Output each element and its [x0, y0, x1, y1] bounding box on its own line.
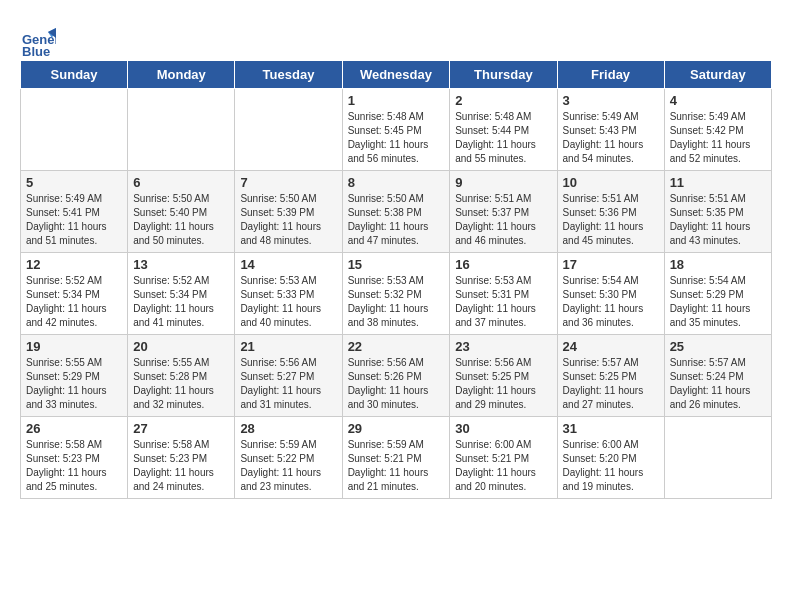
day-number: 6 — [133, 175, 229, 190]
calendar-cell: 12Sunrise: 5:52 AM Sunset: 5:34 PM Dayli… — [21, 253, 128, 335]
day-info: Sunrise: 5:49 AM Sunset: 5:43 PM Dayligh… — [563, 110, 659, 166]
calendar-cell: 7Sunrise: 5:50 AM Sunset: 5:39 PM Daylig… — [235, 171, 342, 253]
day-number: 23 — [455, 339, 551, 354]
calendar-cell: 5Sunrise: 5:49 AM Sunset: 5:41 PM Daylig… — [21, 171, 128, 253]
calendar-cell: 29Sunrise: 5:59 AM Sunset: 5:21 PM Dayli… — [342, 417, 450, 499]
calendar-cell: 20Sunrise: 5:55 AM Sunset: 5:28 PM Dayli… — [128, 335, 235, 417]
weekday-header-saturday: Saturday — [664, 61, 771, 89]
calendar-cell: 6Sunrise: 5:50 AM Sunset: 5:40 PM Daylig… — [128, 171, 235, 253]
svg-text:Blue: Blue — [22, 44, 50, 59]
day-info: Sunrise: 5:56 AM Sunset: 5:25 PM Dayligh… — [455, 356, 551, 412]
calendar-cell: 2Sunrise: 5:48 AM Sunset: 5:44 PM Daylig… — [450, 89, 557, 171]
day-info: Sunrise: 5:57 AM Sunset: 5:25 PM Dayligh… — [563, 356, 659, 412]
logo: General Blue — [20, 24, 60, 60]
day-info: Sunrise: 5:59 AM Sunset: 5:22 PM Dayligh… — [240, 438, 336, 494]
calendar-cell — [21, 89, 128, 171]
calendar-cell: 4Sunrise: 5:49 AM Sunset: 5:42 PM Daylig… — [664, 89, 771, 171]
day-info: Sunrise: 5:49 AM Sunset: 5:41 PM Dayligh… — [26, 192, 122, 248]
calendar-cell: 13Sunrise: 5:52 AM Sunset: 5:34 PM Dayli… — [128, 253, 235, 335]
calendar-cell: 28Sunrise: 5:59 AM Sunset: 5:22 PM Dayli… — [235, 417, 342, 499]
calendar-cell: 27Sunrise: 5:58 AM Sunset: 5:23 PM Dayli… — [128, 417, 235, 499]
calendar-cell: 31Sunrise: 6:00 AM Sunset: 5:20 PM Dayli… — [557, 417, 664, 499]
day-info: Sunrise: 5:53 AM Sunset: 5:32 PM Dayligh… — [348, 274, 445, 330]
day-info: Sunrise: 5:48 AM Sunset: 5:45 PM Dayligh… — [348, 110, 445, 166]
day-number: 5 — [26, 175, 122, 190]
day-number: 9 — [455, 175, 551, 190]
weekday-header-tuesday: Tuesday — [235, 61, 342, 89]
day-number: 2 — [455, 93, 551, 108]
calendar-cell: 30Sunrise: 6:00 AM Sunset: 5:21 PM Dayli… — [450, 417, 557, 499]
day-info: Sunrise: 5:56 AM Sunset: 5:27 PM Dayligh… — [240, 356, 336, 412]
day-info: Sunrise: 6:00 AM Sunset: 5:20 PM Dayligh… — [563, 438, 659, 494]
day-number: 26 — [26, 421, 122, 436]
day-number: 30 — [455, 421, 551, 436]
calendar-cell: 16Sunrise: 5:53 AM Sunset: 5:31 PM Dayli… — [450, 253, 557, 335]
day-info: Sunrise: 5:49 AM Sunset: 5:42 PM Dayligh… — [670, 110, 766, 166]
calendar-cell: 24Sunrise: 5:57 AM Sunset: 5:25 PM Dayli… — [557, 335, 664, 417]
calendar-cell: 10Sunrise: 5:51 AM Sunset: 5:36 PM Dayli… — [557, 171, 664, 253]
weekday-header-thursday: Thursday — [450, 61, 557, 89]
day-number: 14 — [240, 257, 336, 272]
day-number: 16 — [455, 257, 551, 272]
calendar-cell: 14Sunrise: 5:53 AM Sunset: 5:33 PM Dayli… — [235, 253, 342, 335]
day-info: Sunrise: 5:54 AM Sunset: 5:30 PM Dayligh… — [563, 274, 659, 330]
day-info: Sunrise: 5:51 AM Sunset: 5:35 PM Dayligh… — [670, 192, 766, 248]
day-number: 15 — [348, 257, 445, 272]
day-number: 28 — [240, 421, 336, 436]
day-number: 21 — [240, 339, 336, 354]
day-number: 7 — [240, 175, 336, 190]
day-info: Sunrise: 5:53 AM Sunset: 5:33 PM Dayligh… — [240, 274, 336, 330]
day-number: 19 — [26, 339, 122, 354]
calendar-cell — [128, 89, 235, 171]
day-number: 11 — [670, 175, 766, 190]
day-number: 8 — [348, 175, 445, 190]
calendar-cell: 9Sunrise: 5:51 AM Sunset: 5:37 PM Daylig… — [450, 171, 557, 253]
calendar-cell: 8Sunrise: 5:50 AM Sunset: 5:38 PM Daylig… — [342, 171, 450, 253]
day-number: 4 — [670, 93, 766, 108]
day-info: Sunrise: 5:51 AM Sunset: 5:37 PM Dayligh… — [455, 192, 551, 248]
day-info: Sunrise: 5:59 AM Sunset: 5:21 PM Dayligh… — [348, 438, 445, 494]
weekday-header-wednesday: Wednesday — [342, 61, 450, 89]
calendar-cell: 11Sunrise: 5:51 AM Sunset: 5:35 PM Dayli… — [664, 171, 771, 253]
calendar-cell: 18Sunrise: 5:54 AM Sunset: 5:29 PM Dayli… — [664, 253, 771, 335]
calendar-cell: 21Sunrise: 5:56 AM Sunset: 5:27 PM Dayli… — [235, 335, 342, 417]
day-number: 17 — [563, 257, 659, 272]
calendar-cell: 25Sunrise: 5:57 AM Sunset: 5:24 PM Dayli… — [664, 335, 771, 417]
day-number: 13 — [133, 257, 229, 272]
calendar-table: SundayMondayTuesdayWednesdayThursdayFrid… — [20, 60, 772, 499]
day-number: 31 — [563, 421, 659, 436]
calendar-cell: 26Sunrise: 5:58 AM Sunset: 5:23 PM Dayli… — [21, 417, 128, 499]
day-number: 20 — [133, 339, 229, 354]
day-info: Sunrise: 5:53 AM Sunset: 5:31 PM Dayligh… — [455, 274, 551, 330]
calendar-cell: 1Sunrise: 5:48 AM Sunset: 5:45 PM Daylig… — [342, 89, 450, 171]
day-info: Sunrise: 5:50 AM Sunset: 5:40 PM Dayligh… — [133, 192, 229, 248]
day-info: Sunrise: 5:57 AM Sunset: 5:24 PM Dayligh… — [670, 356, 766, 412]
calendar-cell: 19Sunrise: 5:55 AM Sunset: 5:29 PM Dayli… — [21, 335, 128, 417]
day-info: Sunrise: 5:55 AM Sunset: 5:28 PM Dayligh… — [133, 356, 229, 412]
calendar-cell: 15Sunrise: 5:53 AM Sunset: 5:32 PM Dayli… — [342, 253, 450, 335]
day-number: 12 — [26, 257, 122, 272]
calendar-cell: 3Sunrise: 5:49 AM Sunset: 5:43 PM Daylig… — [557, 89, 664, 171]
day-number: 1 — [348, 93, 445, 108]
weekday-header-sunday: Sunday — [21, 61, 128, 89]
day-info: Sunrise: 5:52 AM Sunset: 5:34 PM Dayligh… — [133, 274, 229, 330]
day-number: 29 — [348, 421, 445, 436]
logo-icon: General Blue — [20, 24, 56, 60]
day-number: 27 — [133, 421, 229, 436]
day-number: 10 — [563, 175, 659, 190]
day-number: 3 — [563, 93, 659, 108]
weekday-header-monday: Monday — [128, 61, 235, 89]
day-info: Sunrise: 5:48 AM Sunset: 5:44 PM Dayligh… — [455, 110, 551, 166]
calendar-cell: 17Sunrise: 5:54 AM Sunset: 5:30 PM Dayli… — [557, 253, 664, 335]
day-info: Sunrise: 5:55 AM Sunset: 5:29 PM Dayligh… — [26, 356, 122, 412]
calendar-cell: 23Sunrise: 5:56 AM Sunset: 5:25 PM Dayli… — [450, 335, 557, 417]
weekday-header-friday: Friday — [557, 61, 664, 89]
day-number: 25 — [670, 339, 766, 354]
day-info: Sunrise: 5:58 AM Sunset: 5:23 PM Dayligh… — [26, 438, 122, 494]
day-info: Sunrise: 6:00 AM Sunset: 5:21 PM Dayligh… — [455, 438, 551, 494]
day-info: Sunrise: 5:56 AM Sunset: 5:26 PM Dayligh… — [348, 356, 445, 412]
calendar-cell — [235, 89, 342, 171]
day-number: 22 — [348, 339, 445, 354]
calendar-cell — [664, 417, 771, 499]
day-number: 18 — [670, 257, 766, 272]
